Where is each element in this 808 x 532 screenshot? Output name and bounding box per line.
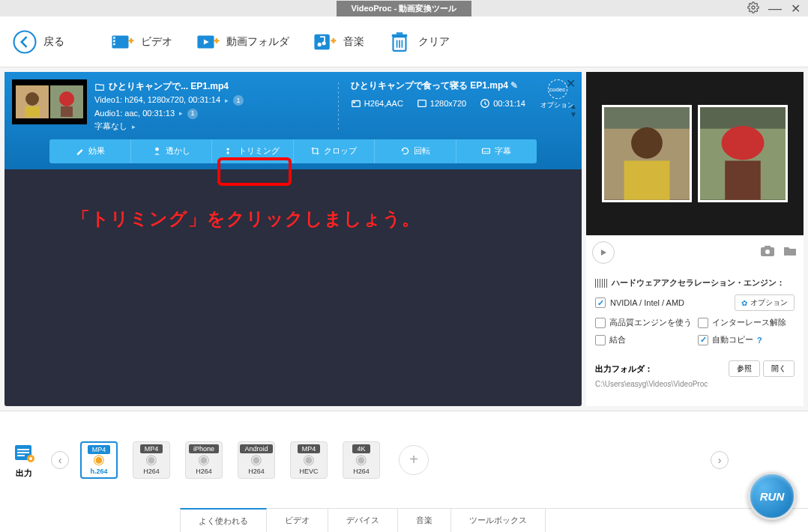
svg-rect-24 (418, 100, 426, 107)
output-folder-section: 出力フォルダ： 参照 開く C:\Users\easyg\Videos\Vide… (586, 353, 804, 396)
preset-item-4[interactable]: MP4◉HEVC (286, 441, 331, 479)
preview-area (586, 72, 804, 235)
video-button[interactable]: ビデオ (109, 29, 172, 55)
clear-button[interactable]: クリア (387, 29, 450, 55)
svg-rect-29 (483, 149, 490, 154)
autocopy-label: 自動コピー (712, 334, 753, 345)
svg-rect-3 (113, 37, 115, 39)
output-icon (12, 441, 36, 465)
run-button[interactable]: RUN (748, 472, 796, 520)
effect-tab[interactable]: 効果 (49, 139, 131, 163)
open-button[interactable]: 開く (763, 360, 795, 377)
svg-rect-5 (113, 43, 115, 45)
gpu-checkbox[interactable] (595, 297, 606, 308)
tab-device[interactable]: デバイス (328, 509, 398, 532)
video-thumbnail (12, 79, 87, 124)
crop-tab[interactable]: クロップ (294, 139, 376, 163)
audio-track-badge[interactable]: 1 (187, 109, 198, 119)
folder-icon (195, 29, 220, 55)
music-icon (312, 29, 337, 55)
hw-accel-section: ハードウェアアクセラレーション・エンジン： NVIDIA / Intel / A… (586, 270, 804, 353)
help-icon[interactable]: ? (757, 336, 762, 345)
codec-icon: codec (548, 79, 567, 99)
gear-icon: ✿ (741, 299, 747, 307)
output-folder-label: 出力フォルダ： (595, 363, 653, 375)
preview-frame-2 (698, 105, 788, 202)
bottom-area: 出力 ‹ MP4◉h.264MP4◉H264iPhone◉H264Android… (0, 411, 808, 532)
trim-tab[interactable]: トリミング (212, 139, 294, 163)
deint-checkbox[interactable] (698, 318, 708, 328)
play-button[interactable] (592, 241, 615, 264)
svg-point-38 (722, 126, 765, 160)
open-folder-icon[interactable] (783, 245, 798, 261)
wand-icon (75, 146, 85, 156)
browse-button[interactable]: 参照 (729, 360, 760, 377)
watermark-tab[interactable]: 透かし (131, 139, 213, 163)
edit-tabs: 効果 透かし トリミング クロップ 回転 字幕 (49, 139, 537, 163)
rotate-tab[interactable]: 回転 (375, 139, 456, 163)
video-icon (109, 29, 135, 55)
video-track-badge[interactable]: 1 (233, 95, 244, 106)
settings-icon[interactable] (747, 1, 759, 16)
folder-button[interactable]: 動画フォルダ (195, 29, 289, 55)
spec-res: 1280x720 (430, 99, 466, 108)
hq-label: 高品質エンジンを使う (609, 317, 692, 328)
tab-music[interactable]: 音楽 (398, 509, 451, 532)
titlebar: VideoProc - 動画変換ツール — ✕ (0, 0, 808, 16)
svg-rect-12 (397, 32, 403, 34)
trash-icon (387, 29, 412, 55)
svg-point-9 (322, 41, 326, 45)
tab-video[interactable]: ビデオ (267, 509, 328, 532)
hw-header-label: ハードウェアアクセラレーション・エンジン： (612, 277, 785, 288)
subtitle-tab[interactable]: 字幕 (456, 139, 537, 163)
preset-item-3[interactable]: Android◉H264 (234, 441, 279, 479)
hw-option-button[interactable]: ✿オプション (735, 294, 795, 311)
remove-item-icon[interactable]: ✕ (566, 76, 576, 91)
svg-point-8 (318, 42, 322, 46)
svg-rect-35 (624, 161, 670, 200)
svg-rect-42 (765, 246, 771, 248)
time-spec-icon (480, 98, 490, 109)
svg-point-28 (227, 152, 229, 154)
minimize-icon[interactable]: — (768, 1, 782, 16)
preset-item-5[interactable]: 4K◉H264 (339, 441, 384, 479)
video-meta: Video1: h264, 1280x720, 00:31:14 (94, 94, 220, 107)
video-item[interactable]: ✕ ▲▼ ひとりキャンプで... EP1.mp4 Video1: h264, 1… (4, 72, 582, 169)
svg-rect-4 (113, 40, 115, 42)
add-preset-button[interactable]: + (399, 445, 429, 475)
preview-controls (586, 235, 804, 270)
preset-item-1[interactable]: MP4◉H264 (129, 441, 174, 479)
res-spec-icon (417, 98, 427, 109)
merge-checkbox[interactable] (595, 335, 606, 345)
deint-label: インターレース解除 (712, 317, 786, 328)
preset-item-0[interactable]: MP4◉h.264 (76, 441, 121, 479)
svg-rect-46 (17, 455, 25, 456)
back-button[interactable]: 戻る (12, 29, 64, 55)
svg-point-41 (765, 250, 770, 254)
svg-point-17 (25, 92, 39, 106)
preset-item-2[interactable]: iPhone◉H264 (181, 441, 226, 479)
tab-popular[interactable]: よく使われる (180, 508, 267, 532)
snapshot-icon[interactable] (760, 245, 775, 261)
back-label: 戻る (43, 35, 64, 49)
tab-toolbox[interactable]: ツールボックス (451, 509, 546, 532)
music-label: 音楽 (343, 35, 364, 49)
autocopy-checkbox[interactable] (698, 335, 708, 345)
video-label: ビデオ (141, 35, 172, 49)
watermark-icon (152, 146, 162, 156)
edit-name-icon[interactable]: ✎ (510, 80, 518, 91)
preview-frame-1 (602, 105, 692, 202)
svg-rect-23 (353, 102, 355, 103)
svg-point-48 (29, 457, 32, 460)
main-toolbar: 戻る ビデオ 動画フォルダ 音楽 クリア (0, 16, 808, 67)
music-button[interactable]: 音楽 (312, 29, 364, 55)
preset-next-button[interactable]: › (711, 451, 729, 469)
clear-label: クリア (418, 35, 450, 49)
svg-point-0 (752, 6, 755, 9)
hq-checkbox[interactable] (595, 318, 606, 328)
close-icon[interactable]: ✕ (791, 1, 801, 16)
instruction-annotation: 「トリミング」をクリックしましょう。 (72, 207, 420, 231)
preset-prev-button[interactable]: ‹ (51, 451, 69, 469)
codec-spec-icon (351, 98, 361, 109)
reorder-arrows[interactable]: ▲▼ (570, 102, 577, 118)
